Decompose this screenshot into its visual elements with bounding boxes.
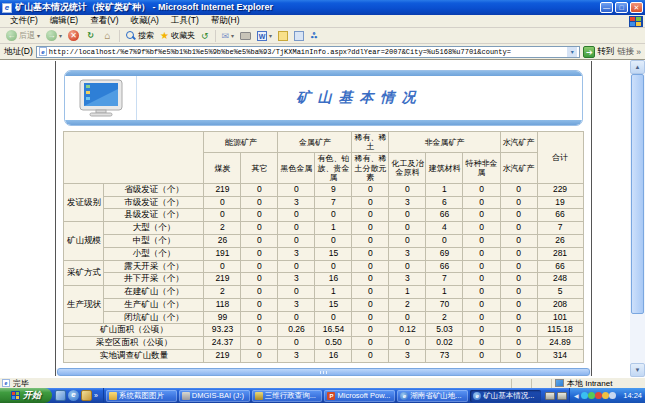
- table-summary-row: 采空区面积（公顷）24.37000.50000.020024.89: [64, 337, 583, 350]
- table-row: 县级发证（个）000000660066: [64, 209, 583, 222]
- volume-tray-icon[interactable]: [581, 392, 588, 399]
- row-label: 闭坑矿山（个）: [104, 311, 204, 324]
- update-tray-icon[interactable]: [602, 392, 609, 399]
- table-row: 生产矿山（个）1180315027000208: [64, 298, 583, 311]
- edit-button[interactable]: W ▾: [255, 29, 274, 43]
- forward-dropdown-icon[interactable]: ▾: [59, 32, 62, 39]
- address-input[interactable]: e http://localhost/%e7%9f%bf%e5%b1%b1%e5…: [36, 46, 580, 58]
- table-cell: 0: [463, 324, 500, 337]
- taskbar-button[interactable]: PMicrosoft Pow...: [324, 390, 395, 402]
- table-cell: 0: [463, 183, 500, 196]
- safety-tray-icon[interactable]: [595, 392, 602, 399]
- stop-button[interactable]: ✕: [66, 29, 81, 43]
- mail-button[interactable]: ✉ ▾: [220, 29, 237, 43]
- printer-tray-icon[interactable]: [545, 392, 555, 400]
- start-button[interactable]: 开始: [0, 388, 52, 403]
- table-cell: 0: [352, 349, 389, 362]
- stats-table-head: 能源矿产金属矿产稀有、稀土非金属矿产水汽矿产合计煤炭其它黑色金属有色、铂族、贵金…: [64, 132, 583, 184]
- tray-collapse-icon[interactable]: ◀: [574, 392, 579, 399]
- table-cell: 0: [463, 222, 500, 235]
- search-button[interactable]: 搜索: [124, 29, 156, 43]
- scroll-down-icon[interactable]: ▼: [630, 363, 645, 377]
- column-header: 特种非金属: [463, 153, 500, 184]
- taskbar-button[interactable]: e矿山基本情况...: [470, 390, 541, 402]
- edit-dropdown-icon[interactable]: ▾: [269, 32, 272, 39]
- print-button[interactable]: [238, 29, 253, 43]
- close-button[interactable]: ✕: [630, 2, 643, 13]
- table-cell: 16: [315, 273, 352, 286]
- table-cell: 4: [426, 222, 463, 235]
- table-row: 发证级别省级发证（个）21900900100229: [64, 183, 583, 196]
- forward-button[interactable]: → ▾: [44, 29, 64, 43]
- horizontal-scrollbar[interactable]: [56, 368, 591, 376]
- menu-item[interactable]: 收藏(A): [125, 15, 165, 25]
- links-bar[interactable]: 链接 »: [617, 46, 641, 58]
- column-header: 稀有、稀土分散元素: [352, 153, 389, 184]
- taskbar-button[interactable]: 系统截图图片: [106, 390, 177, 402]
- internet-explorer-icon[interactable]: e: [68, 390, 79, 401]
- quick-launch-more-icon[interactable]: »: [94, 392, 98, 399]
- row-label: 井下开采（个）: [104, 273, 204, 286]
- show-desktop-icon[interactable]: [55, 390, 66, 401]
- table-cell: 3: [278, 273, 315, 286]
- horizontal-scrollbar-thumb[interactable]: [57, 368, 590, 376]
- ppt-icon: P: [327, 392, 335, 400]
- vertical-scrollbar-track[interactable]: [630, 314, 645, 363]
- menu-bar: 文件(F)编辑(E)查看(V)收藏(A)工具(T)帮助(H): [0, 15, 645, 28]
- menu-item[interactable]: 查看(V): [84, 15, 124, 25]
- discuss-button[interactable]: [292, 29, 306, 43]
- report-banner: 矿山基本情况: [64, 70, 583, 126]
- table-cell: 2: [204, 286, 241, 299]
- maximize-button[interactable]: □: [615, 2, 628, 13]
- minimize-button[interactable]: —: [600, 2, 613, 13]
- table-summary-row: 矿山面积（公顷）93.2300.2616.5400.125.0300115.18: [64, 324, 583, 337]
- network-tray-icon[interactable]: [609, 392, 616, 399]
- taskbar-button[interactable]: DMGIS-BAI (J:): [179, 390, 250, 402]
- table-cell: 0: [352, 286, 389, 299]
- go-button[interactable]: ➔ 转到: [583, 46, 614, 58]
- table-cell: 2: [204, 222, 241, 235]
- taskbar-button[interactable]: e湖南省矿山地...: [397, 390, 468, 402]
- menu-item[interactable]: 帮助(H): [205, 15, 246, 25]
- table-cell: 0: [500, 196, 537, 209]
- scroll-up-icon[interactable]: ▲: [630, 60, 645, 74]
- messenger-note-button[interactable]: [276, 29, 290, 43]
- toolbar-separator: [119, 30, 120, 42]
- menu-item[interactable]: 文件(F): [4, 15, 44, 25]
- table-cell: 0: [463, 273, 500, 286]
- links-more-icon[interactable]: »: [636, 47, 641, 57]
- intranet-zone-icon: [555, 379, 564, 387]
- column-header: 有色、铂族、贵金属: [315, 153, 352, 184]
- go-arrow-icon: ➔: [583, 46, 595, 58]
- back-button[interactable]: ← 后退 ▾: [4, 29, 42, 43]
- table-cell: 0: [278, 260, 315, 273]
- home-button[interactable]: ⌂: [100, 29, 115, 43]
- table-cell: 0: [500, 235, 537, 248]
- table-cell: 5.03: [426, 324, 463, 337]
- history-button[interactable]: ↺: [199, 29, 211, 43]
- messenger-button[interactable]: ஃ: [308, 29, 319, 43]
- display-tray-icon[interactable]: [557, 392, 567, 400]
- favorites-button[interactable]: ★ 收藏夹: [158, 29, 197, 43]
- taskbar-button[interactable]: 三维行政查询...: [252, 390, 323, 402]
- row-group-header: 采矿方式: [64, 260, 104, 286]
- table-cell: 73: [426, 349, 463, 362]
- media-icon[interactable]: [81, 390, 92, 401]
- address-dropdown-icon[interactable]: ▾: [567, 47, 577, 57]
- menu-item[interactable]: 编辑(E): [44, 15, 84, 25]
- mail-dropdown-icon[interactable]: ▾: [231, 32, 234, 39]
- table-cell: 0: [352, 209, 389, 222]
- back-dropdown-icon[interactable]: ▾: [37, 32, 40, 39]
- discuss-icon: [294, 31, 304, 41]
- favorites-label: 收藏夹: [171, 30, 195, 41]
- vertical-scrollbar[interactable]: ▲ ▼: [630, 60, 645, 377]
- favorites-star-icon: ★: [160, 30, 169, 41]
- menu-item[interactable]: 工具(T): [165, 15, 205, 25]
- antivirus-tray-icon[interactable]: [588, 392, 595, 399]
- stop-icon: ✕: [68, 30, 79, 41]
- table-cell: 0: [500, 247, 537, 260]
- table-cell: 0: [389, 311, 426, 324]
- refresh-button[interactable]: ↻: [83, 29, 98, 43]
- table-cell: 3: [278, 349, 315, 362]
- vertical-scrollbar-thumb[interactable]: [631, 74, 644, 314]
